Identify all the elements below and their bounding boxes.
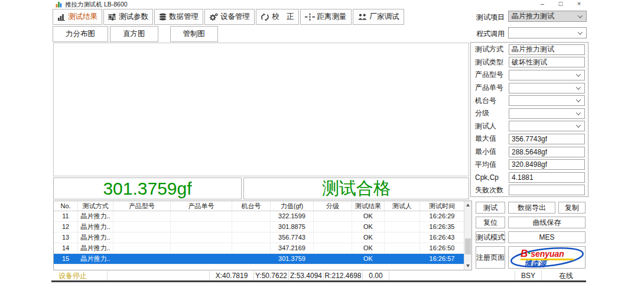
cell: 12 <box>54 222 78 232</box>
toolbar-button-device-management[interactable]: 设备管理 <box>204 9 255 25</box>
form-select-product-order[interactable] <box>509 83 585 93</box>
column-header[interactable]: 机台号 <box>232 201 271 211</box>
chart-tab-histogram[interactable]: 直方图 <box>110 26 158 42</box>
table-row[interactable]: 12晶片推力..301.8875OK16:26:35 <box>54 222 464 233</box>
toolbar-button-label: 数据管理 <box>169 12 199 22</box>
cell: 晶片推力.. <box>78 243 113 253</box>
cell <box>232 211 271 221</box>
form-select-product-model[interactable] <box>509 70 585 80</box>
toolbar-button-test-params[interactable]: 测试参数 <box>103 9 153 25</box>
table-row[interactable]: 14晶片推力..347.2169OK16:26:50 <box>54 243 464 254</box>
table-row[interactable]: 13晶片推力..356.7743OK16:26:43 <box>54 233 464 243</box>
status-bar: 设备停止 X:40.7819Y:50.7622Z:53.4094R:212.46… <box>50 271 591 280</box>
data-export-button[interactable]: 数据导出 <box>508 202 555 214</box>
toolbar-button-factory-debug[interactable]: 厂家调试 <box>353 9 404 25</box>
vertical-scrollbar[interactable] <box>464 201 471 270</box>
cell: 晶片推力.. <box>78 211 113 221</box>
test-mode-button[interactable]: 测试模式 <box>476 231 505 243</box>
minimize-button[interactable]: – <box>539 0 546 7</box>
form-input-avg-value[interactable]: 320.8498gf <box>509 159 585 170</box>
form-select-machine-no[interactable] <box>509 95 585 106</box>
form-input-cpk-cp[interactable]: 4.1881 <box>509 172 585 183</box>
test-item-select[interactable]: 晶片推力测试 <box>508 11 587 22</box>
app-icon <box>56 1 62 8</box>
online-indicator: 在线 <box>542 271 590 280</box>
scroll-down-button[interactable] <box>464 262 471 270</box>
form-row-test-method: 测试方式晶片推力测试 <box>471 43 588 56</box>
curve-save-button[interactable]: 曲线保存 <box>508 217 586 228</box>
toolbar-button-data-management[interactable]: 数据管理 <box>154 9 203 25</box>
toolbar-button-distance-measure[interactable]: 距离测量 <box>300 9 352 25</box>
form-input-min-value[interactable]: 288.5648gf <box>509 147 585 157</box>
test-button[interactable]: 测试 <box>476 202 505 214</box>
form-label: 失败次数 <box>475 185 509 195</box>
cell <box>232 243 271 253</box>
cell: OK <box>352 254 385 264</box>
maximize-button[interactable]: □ <box>557 0 564 7</box>
form-input-fail-count[interactable] <box>509 185 585 195</box>
bar-chart-icon <box>57 13 66 21</box>
cell <box>314 211 352 221</box>
form-select-tester[interactable] <box>509 121 585 131</box>
form-input-test-type[interactable]: 破坏性测试 <box>509 57 585 67</box>
result-readout: 测试合格 <box>243 178 469 199</box>
column-header[interactable]: 测试时间 <box>420 201 464 211</box>
cell: 301.8875 <box>271 222 314 232</box>
cell <box>385 233 420 243</box>
toolbar-button-test-results[interactable]: 测试结果 <box>53 9 102 25</box>
column-header[interactable]: 力值(gf) <box>271 201 314 211</box>
form-row-max-value: 最大值356.7743gf <box>471 133 588 146</box>
column-header[interactable]: 分级 <box>314 201 352 211</box>
toolbar-button-calibration[interactable]: 校 正 <box>256 9 299 25</box>
form-input-test-method[interactable]: 晶片推力测试 <box>509 44 585 55</box>
status-spacer <box>108 271 210 280</box>
logo-wordmark: B●senyuan <box>521 248 564 260</box>
cell: 16:26:57 <box>420 254 464 264</box>
column-header[interactable]: 产品单号 <box>171 201 232 211</box>
table-row[interactable]: 11晶片推力..322.1599OK16:26:29 <box>54 211 464 222</box>
form-row-min-value: 最小值288.5648gf <box>471 146 588 159</box>
mes-button[interactable]: MES <box>508 231 586 243</box>
column-header[interactable]: 产品型号 <box>113 201 171 211</box>
chevron-down-icon <box>578 13 583 18</box>
cell: OK <box>352 211 385 221</box>
scroll-up-button[interactable] <box>464 201 471 209</box>
chart-tab-force-distribution[interactable]: 力分布图 <box>53 26 108 42</box>
cell <box>232 233 271 243</box>
gear-icon <box>209 13 218 21</box>
form-label: 最小值 <box>475 147 509 157</box>
cell <box>171 233 232 243</box>
chevron-down-icon <box>576 110 581 115</box>
scroll-down-icon <box>466 264 470 267</box>
close-button[interactable]: × <box>575 0 583 7</box>
chart-tab-control-chart[interactable]: 管制图 <box>170 26 219 42</box>
cell: 16:26:35 <box>420 222 464 232</box>
coordinate-readout: 0.00 <box>363 271 389 280</box>
form-select-grade[interactable] <box>509 108 585 119</box>
cell <box>385 243 420 253</box>
chevron-down-icon <box>576 85 581 89</box>
copy-button[interactable]: 复制 <box>558 202 586 214</box>
sliders-icon <box>108 13 116 21</box>
table-header: No.测试方式产品型号产品单号机台号力值(gf)分级测试结果测试人测试时间 <box>54 201 464 211</box>
table-body: 11晶片推力..322.1599OK16:26:2912晶片推力..301.88… <box>54 211 464 264</box>
cell <box>171 243 232 253</box>
program-call-select[interactable] <box>508 27 587 38</box>
form-input-max-value[interactable]: 356.7743gf <box>509 134 585 144</box>
cell: 晶片推力.. <box>78 222 113 232</box>
form-row-product-order: 产品单号 <box>471 82 588 95</box>
cell <box>232 222 271 232</box>
column-header[interactable]: 测试方式 <box>78 201 113 211</box>
column-header[interactable]: No. <box>54 201 78 211</box>
scrollbar-thumb[interactable] <box>465 238 471 254</box>
column-header[interactable]: 测试人 <box>385 201 420 211</box>
cell <box>113 222 171 232</box>
reset-button[interactable]: 复位 <box>476 217 505 228</box>
cell <box>385 211 420 221</box>
table-row[interactable]: 15晶片推力..301.3759OK16:26:57 <box>54 254 464 264</box>
chevron-down-icon <box>576 72 581 76</box>
cell: OK <box>352 222 385 232</box>
column-header[interactable]: 测试结果 <box>352 201 385 211</box>
cell: 347.2169 <box>271 243 314 253</box>
register-page-button[interactable]: 注册页面 <box>476 246 505 269</box>
